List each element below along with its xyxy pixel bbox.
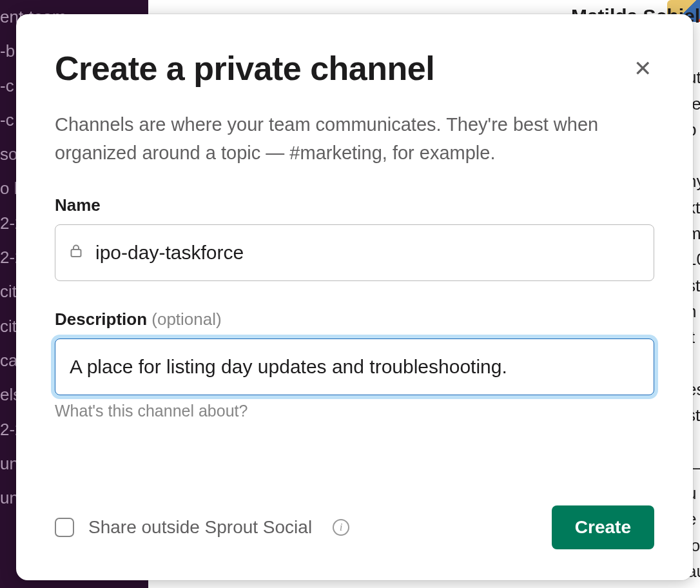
close-button[interactable]: ✕ <box>631 53 654 84</box>
info-icon[interactable]: i <box>333 519 349 536</box>
channel-description-input[interactable] <box>55 338 654 395</box>
optional-tag: (optional) <box>151 309 221 329</box>
description-label: Description (optional) <box>55 309 654 329</box>
share-outside-label: Share outside Sprout Social <box>88 517 312 538</box>
name-label: Name <box>55 195 654 215</box>
lock-icon <box>70 244 82 261</box>
modal-subtitle: Channels are where your team communicate… <box>55 111 654 167</box>
channel-name-input[interactable] <box>55 224 654 281</box>
create-button[interactable]: Create <box>552 505 654 549</box>
share-outside-checkbox[interactable] <box>55 518 74 537</box>
close-icon: ✕ <box>634 56 652 81</box>
create-channel-modal: Create a private channel ✕ Channels are … <box>16 14 693 580</box>
modal-title: Create a private channel <box>55 49 434 88</box>
svg-rect-0 <box>72 250 81 257</box>
description-helper: What's this channel about? <box>55 402 654 420</box>
